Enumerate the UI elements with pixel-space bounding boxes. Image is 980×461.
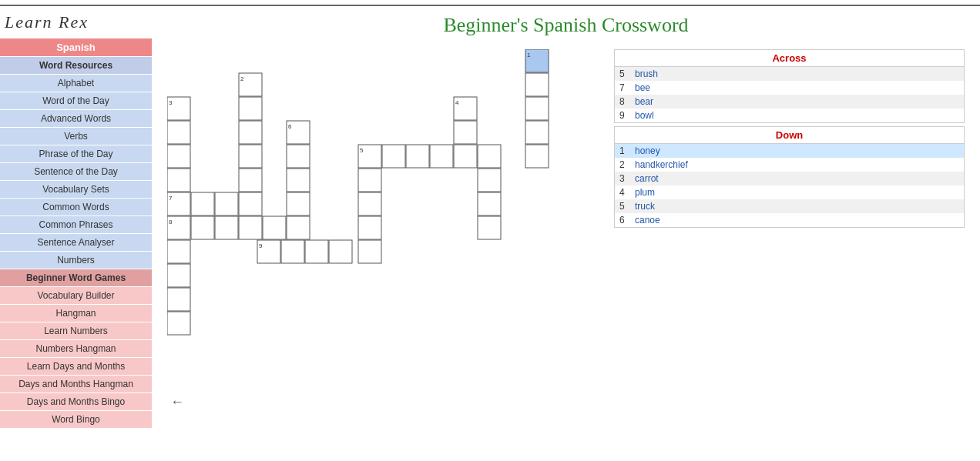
clue-num-5d: 5 (619, 201, 635, 212)
svg-rect-35 (191, 192, 214, 215)
svg-rect-28 (167, 169, 190, 192)
sidebar-item-beginner-word-games[interactable]: Beginner Word Games (0, 269, 152, 286)
sidebar-item-vocabulary-builder[interactable]: Vocabulary Builder (0, 286, 152, 304)
svg-rect-24 (430, 145, 453, 168)
svg-text:7: 7 (169, 195, 173, 202)
clue-text-9a: bowl (635, 110, 654, 121)
svg-text:8: 8 (169, 219, 173, 225)
svg-rect-58 (167, 288, 190, 311)
down-clue-3[interactable]: 3 carrot (615, 172, 964, 185)
svg-rect-44 (215, 216, 238, 239)
crossword-area: #crossword-svg-grid { position: relative… (167, 49, 965, 410)
svg-rect-29 (239, 169, 262, 192)
svg-rect-17 (167, 145, 190, 168)
across-header: Across (615, 50, 964, 67)
svg-rect-2 (525, 73, 549, 96)
down-clue-6[interactable]: 6 canoe (615, 213, 964, 227)
sidebar-item-word-of-the-day[interactable]: Word of the Day (0, 92, 152, 109)
svg-rect-31 (358, 169, 381, 192)
logo: Learn Rex (0, 6, 152, 38)
sidebar-item-numbers[interactable]: Numbers (0, 251, 152, 269)
sidebar-item-word-bingo[interactable]: Word Bingo (0, 410, 152, 428)
sidebar-item-learn-numbers[interactable]: Learn Numbers (0, 322, 152, 339)
across-clues-section: Across 5 brush 7 bee 8 bear 9 (614, 49, 965, 123)
across-clue-5[interactable]: 5 brush (615, 67, 964, 81)
clue-num-3d: 3 (619, 173, 635, 184)
sidebar-item-hangman[interactable]: Hangman (0, 304, 152, 322)
sidebar-item-numbers-hangman[interactable]: Numbers Hangman (0, 339, 152, 357)
main-content: Beginner's Spanish Crossword #crossword-… (152, 6, 980, 428)
clue-num-7a: 7 (619, 82, 635, 93)
sidebar-item-phrase-of-the-day[interactable]: Phrase of the Day (0, 145, 152, 162)
clue-text-1d: honey (635, 145, 660, 156)
svg-text:4: 4 (455, 99, 459, 106)
svg-rect-11 (167, 121, 190, 144)
svg-rect-39 (358, 192, 381, 215)
svg-rect-16 (525, 121, 549, 144)
svg-rect-38 (287, 192, 310, 215)
svg-rect-59 (167, 312, 190, 335)
down-clue-1[interactable]: 1 honey (615, 144, 964, 158)
sidebar-item-learn-days-months[interactable]: Learn Days and Months (0, 357, 152, 375)
across-clue-7[interactable]: 7 bee (615, 81, 964, 95)
down-clue-5[interactable]: 5 truck (615, 199, 964, 213)
sidebar-item-common-words[interactable]: Common Words (0, 198, 152, 215)
back-arrow[interactable]: ← (170, 394, 599, 410)
svg-rect-26 (478, 145, 501, 168)
clue-text-2d: handkerchief (635, 159, 688, 170)
svg-rect-50 (167, 240, 190, 263)
svg-text:5: 5 (360, 147, 364, 154)
svg-rect-10 (525, 97, 549, 120)
svg-rect-40 (478, 192, 501, 215)
svg-rect-22 (382, 145, 405, 168)
svg-rect-27 (525, 145, 549, 168)
svg-rect-15 (454, 121, 477, 144)
across-clue-8[interactable]: 8 bear (615, 95, 964, 109)
sidebar-item-sentence-of-the-day[interactable]: Sentence of the Day (0, 162, 152, 180)
svg-rect-56 (358, 240, 381, 263)
crossword-grid-container: #crossword-svg-grid { position: relative… (167, 49, 599, 410)
clues-panel: Across 5 brush 7 bee 8 bear 9 (614, 49, 965, 410)
down-clue-2[interactable]: 2 handkerchief (615, 158, 964, 172)
clue-num-5a: 5 (619, 68, 635, 79)
sidebar-item-advanced-words[interactable]: Advanced Words (0, 109, 152, 127)
clue-num-8a: 8 (619, 96, 635, 107)
crossword-grid: #crossword-svg-grid { position: relative… (167, 49, 599, 388)
svg-rect-53 (281, 240, 304, 263)
svg-rect-55 (329, 240, 352, 263)
across-clue-9[interactable]: 9 bowl (615, 109, 964, 122)
clue-text-7a: bee (635, 82, 650, 93)
page-title: Beginner's Spanish Crossword (167, 14, 965, 37)
clue-text-8a: bear (635, 96, 653, 107)
svg-rect-43 (191, 216, 214, 239)
clue-text-4d: plum (635, 187, 655, 198)
svg-rect-12 (239, 121, 262, 144)
clue-num-2d: 2 (619, 159, 635, 170)
svg-rect-49 (478, 216, 501, 239)
sidebar-item-days-months-hangman[interactable]: Days and Months Hangman (0, 375, 152, 393)
down-clue-4[interactable]: 4 plum (615, 185, 964, 199)
svg-rect-48 (358, 216, 381, 239)
svg-rect-23 (406, 145, 429, 168)
sidebar-item-alphabet[interactable]: Alphabet (0, 74, 152, 92)
sidebar-item-vocabulary-sets[interactable]: Vocabulary Sets (0, 180, 152, 198)
svg-rect-37 (239, 192, 262, 215)
svg-rect-47 (287, 216, 310, 239)
clue-num-1d: 1 (619, 145, 635, 156)
clue-text-5a: brush (635, 68, 658, 79)
down-clues-section: Down 1 honey 2 handkerchief 3 carrot 4 (614, 126, 965, 228)
sidebar-item-common-phrases[interactable]: Common Phrases (0, 215, 152, 233)
sidebar-item-days-months-bingo[interactable]: Days and Months Bingo (0, 393, 152, 410)
svg-text:2: 2 (240, 75, 244, 82)
clue-num-4d: 4 (619, 187, 635, 198)
language-header[interactable]: Spanish (0, 38, 152, 56)
svg-rect-30 (287, 169, 310, 192)
sidebar-item-verbs[interactable]: Verbs (0, 127, 152, 145)
sidebar-item-sentence-analyser[interactable]: Sentence Analyser (0, 233, 152, 251)
svg-rect-57 (167, 264, 190, 287)
sidebar: Learn Rex Spanish Word Resources Alphabe… (0, 6, 152, 428)
svg-rect-18 (239, 145, 262, 168)
svg-text:1: 1 (527, 52, 531, 58)
sidebar-item-word-resources[interactable]: Word Resources (0, 56, 152, 74)
crossword-svg[interactable]: .gcell { fill: white; stroke: #555; stro… (167, 49, 599, 388)
